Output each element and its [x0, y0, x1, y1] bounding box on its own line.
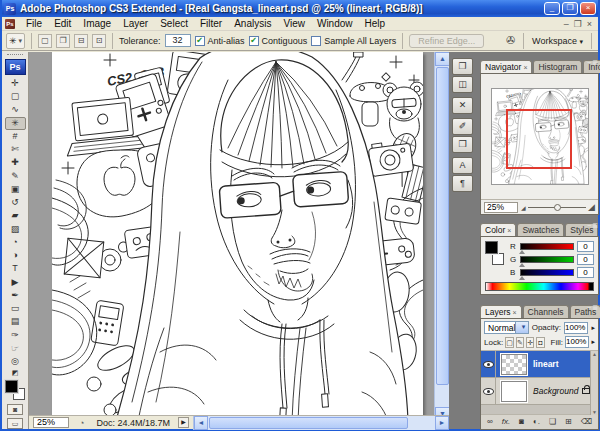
green-slider-marker[interactable] [519, 263, 525, 267]
opacity-field[interactable]: 100% [564, 322, 588, 334]
blur-tool[interactable]: ◔ [5, 236, 26, 249]
eraser-tool[interactable]: ▰ [5, 209, 26, 222]
sample-all-layers-checkbox[interactable]: Sample All Layers [311, 36, 396, 46]
shape-tool[interactable]: ▭ [5, 302, 26, 315]
menu-image[interactable]: Image [77, 18, 117, 29]
green-slider[interactable] [520, 256, 574, 263]
zoom-level-field[interactable]: 25% [33, 417, 69, 428]
fill-arrow-icon[interactable]: ▸ [591, 338, 595, 346]
selection-mode-new-button[interactable]: ▢ [38, 34, 52, 48]
layer-row-lineart[interactable]: lineart [481, 351, 598, 378]
tab-navigator[interactable]: Navigator× [480, 60, 532, 73]
fill-field[interactable]: 100% [565, 336, 589, 348]
navigator-zoom-field[interactable]: 25% [484, 202, 518, 213]
brushes-panel-icon[interactable]: ✐ [452, 118, 473, 135]
zoom-tool[interactable]: ◎ [5, 355, 26, 368]
contiguous-checkbox[interactable]: ✔ Contiguous [249, 36, 308, 46]
color-swatches[interactable] [4, 379, 26, 401]
tab-layers[interactable]: Layers× [480, 305, 522, 318]
type-tool[interactable]: T [5, 262, 26, 275]
horizontal-scroll-thumb[interactable] [209, 417, 408, 429]
blue-slider[interactable] [520, 269, 574, 276]
background-color-swatch[interactable] [492, 253, 504, 265]
selection-mode-add-button[interactable]: ❐ [56, 34, 70, 48]
layer-mask-button[interactable]: ◙ [519, 416, 524, 428]
panel-menu-icon[interactable]: −≣ [587, 59, 599, 67]
blue-slider-marker[interactable] [519, 276, 525, 280]
doc-close-button[interactable]: × [587, 19, 592, 29]
green-value-field[interactable]: 0 [577, 254, 594, 265]
layer-comps-panel-icon[interactable]: ❐ [452, 58, 473, 75]
menu-window[interactable]: Window [311, 18, 359, 29]
color-spectrum-ramp[interactable] [485, 282, 594, 291]
vertical-scroll-thumb[interactable] [436, 67, 449, 385]
navigator-thumbnail[interactable] [491, 88, 589, 185]
horizontal-scrollbar[interactable]: ◄ ► [193, 416, 449, 430]
lock-all-button[interactable]: ◘ [536, 337, 544, 348]
vertical-scrollbar[interactable]: ▲ ▼ [434, 52, 449, 421]
menu-filter[interactable]: Filter [194, 18, 228, 29]
menu-help[interactable]: Help [359, 18, 392, 29]
path-selection-tool[interactable]: ▶ [5, 276, 26, 289]
slice-tool[interactable]: ✄ [5, 143, 26, 156]
restore-button[interactable]: ❐ [562, 2, 578, 15]
clone-source-panel-icon[interactable]: ❒ [452, 136, 473, 153]
magic-wand-tool[interactable]: ✳ [5, 117, 26, 130]
menu-select[interactable]: Select [154, 18, 194, 29]
layer-row-background[interactable]: Background [481, 378, 598, 405]
navigator-view-box[interactable] [506, 109, 572, 169]
tab-histogram[interactable]: Histogram [533, 60, 582, 73]
layer-list-scrollbar[interactable]: ▲ ▼ [590, 351, 598, 415]
close-button[interactable]: × [580, 2, 596, 15]
red-slider-marker[interactable] [519, 250, 525, 254]
gradient-tool[interactable]: ▨ [5, 223, 26, 236]
menu-layer[interactable]: Layer [117, 18, 154, 29]
pen-tool[interactable]: ✒ [5, 289, 26, 302]
character-panel-icon[interactable]: A [452, 157, 473, 174]
rectangular-marquee-tool[interactable]: ▢ [5, 90, 26, 103]
layer-name[interactable]: lineart [533, 359, 598, 369]
blue-value-field[interactable]: 0 [577, 267, 594, 278]
layer-thumbnail[interactable] [501, 354, 527, 375]
layer-style-button[interactable]: fx. [502, 416, 510, 428]
lock-position-button[interactable]: ✛ [526, 337, 534, 348]
move-tool[interactable]: ✛ [5, 77, 26, 90]
scroll-right-arrow[interactable]: ► [435, 416, 449, 430]
visibility-toggle[interactable] [481, 378, 496, 405]
crop-tool[interactable]: # [5, 130, 26, 143]
tab-color[interactable]: Color× [480, 223, 516, 236]
lasso-tool[interactable]: ∿ [5, 103, 26, 116]
selection-mode-subtract-button[interactable]: ⊟ [74, 34, 88, 48]
opacity-arrow-icon[interactable]: ▸ [591, 324, 595, 332]
menu-file[interactable]: File [20, 18, 48, 29]
hand-tool[interactable]: ☞ [5, 342, 26, 355]
chevron-down-icon[interactable]: ▾ [515, 322, 527, 333]
notes-tool[interactable]: ▤ [5, 315, 26, 328]
eyedropper-tool[interactable]: ✑ [5, 329, 26, 342]
menu-edit[interactable]: Edit [48, 18, 77, 29]
doc-minimize-button[interactable]: – [564, 19, 569, 29]
tab-channels[interactable]: Channels [523, 305, 569, 318]
screen-mode-button[interactable]: ▭ [7, 418, 23, 429]
history-brush-tool[interactable]: ↺ [5, 196, 26, 209]
link-layers-button[interactable]: ∞ [487, 416, 493, 428]
tab-swatches[interactable]: Swatches [517, 223, 564, 236]
layer-group-button[interactable]: ❏ [549, 416, 556, 428]
panel-menu-icon[interactable]: −≣ [587, 304, 599, 312]
default-colors-icon[interactable]: ◩ [12, 368, 19, 377]
healing-brush-tool[interactable]: ✚ [5, 156, 26, 169]
red-value-field[interactable]: 0 [577, 241, 594, 252]
layer-thumbnail[interactable] [501, 381, 527, 402]
scroll-up-arrow[interactable]: ▲ [435, 52, 450, 66]
menu-analysis[interactable]: Analysis [228, 18, 277, 29]
visibility-toggle[interactable] [481, 351, 496, 378]
zoom-in-icon[interactable]: ◢ [588, 202, 595, 212]
menu-view[interactable]: View [277, 18, 311, 29]
navigator-zoom-slider[interactable]: ◢ ◢ [521, 202, 595, 212]
minimize-button[interactable]: _ [544, 2, 560, 15]
tool-preset-picker[interactable]: ✳ ▾ [6, 33, 25, 49]
layer-name[interactable]: Background [533, 386, 582, 396]
go-to-bridge-icon[interactable]: ✇ [506, 34, 515, 47]
brush-tool[interactable]: ✎ [5, 170, 26, 183]
canvas[interactable] [52, 52, 423, 421]
